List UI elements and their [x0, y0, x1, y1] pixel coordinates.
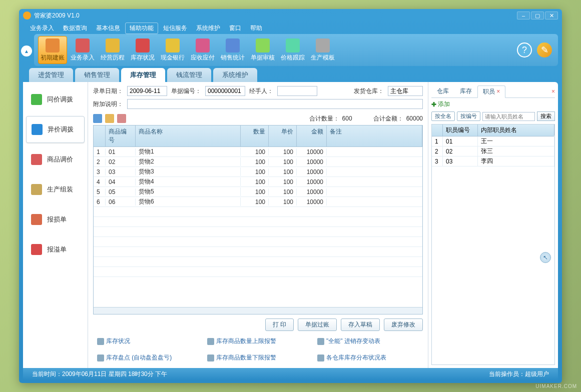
toolbar-btn-2[interactable]: 经营历程 [98, 36, 127, 64]
toolbar-btn-9[interactable]: 生产模板 [308, 36, 337, 64]
action-button-0[interactable]: 打 印 [265, 318, 294, 331]
tab-close-icon[interactable]: × [496, 88, 500, 95]
right-tab-2[interactable]: 职员 × [477, 86, 505, 98]
action-button-3[interactable]: 废弃修改 [384, 318, 423, 331]
warehouse-input[interactable] [388, 86, 423, 96]
table-row-empty[interactable] [94, 217, 422, 227]
menu-item-0[interactable]: 业务录入 [26, 23, 58, 34]
select-arrow-icon[interactable]: ↖ [540, 252, 551, 263]
toolbar-collapse-icon[interactable]: ▲ [21, 46, 32, 56]
related-link-2[interactable]: "全能" 进销存变动表 [317, 337, 407, 346]
table-row[interactable]: 505货物510010010000 [94, 187, 422, 197]
building-icon[interactable] [93, 114, 102, 123]
grid-header-3[interactable]: 数量 [241, 126, 269, 146]
staff-header-0[interactable] [432, 124, 443, 136]
add-button[interactable]: ✚添加 [431, 100, 450, 108]
product-grid: 商品编号商品名称数量单价金额备注 101货物110010010000202货物2… [93, 125, 423, 314]
staff-header-1[interactable]: 职员编号 [443, 124, 478, 136]
table-row-empty[interactable] [94, 257, 422, 267]
globe-icon[interactable]: ✎ [537, 42, 552, 58]
handler-input[interactable] [277, 86, 317, 96]
right-tab-0[interactable]: 仓库 [431, 85, 454, 98]
main-tab-4[interactable]: 系统维护 [213, 68, 257, 82]
sidebar-item-0[interactable]: 同价调拨 [26, 86, 85, 113]
grid-header-6[interactable]: 备注 [327, 126, 422, 146]
titlebar[interactable]: 管家婆2009 V1.0 – ▢ ✕ [19, 9, 562, 22]
minimize-button[interactable]: – [517, 12, 530, 20]
toolbar-btn-4[interactable]: 现金银行 [158, 36, 187, 64]
related-link-3[interactable]: 库存盘点 (自动盘盈盘亏) [97, 354, 187, 362]
calendar-icon[interactable] [105, 114, 114, 123]
window-title: 管家婆2009 V1.0 [34, 12, 517, 20]
table-row[interactable]: 101货物110010010000 [94, 147, 422, 157]
related-link-1[interactable]: 库存商品数量上限报警 [207, 337, 297, 346]
toolbar-icon [196, 38, 210, 52]
toolbar-btn-0[interactable]: 初期建账 [38, 36, 67, 64]
table-row[interactable]: 303货物310010010000 [94, 167, 422, 177]
staff-row[interactable]: 202张三 [432, 146, 554, 156]
main-tab-3[interactable]: 钱流管理 [167, 68, 211, 82]
panel-close-icon[interactable]: × [551, 88, 555, 95]
toolbar-btn-3[interactable]: 库存状况 [128, 36, 157, 64]
grid-header-1[interactable]: 商品编号 [106, 126, 136, 146]
menu-item-2[interactable]: 基本信息 [92, 23, 124, 34]
menu-item-4[interactable]: 短信服务 [159, 23, 191, 34]
table-row-empty[interactable] [94, 267, 422, 277]
close-button[interactable]: ✕ [545, 12, 558, 20]
action-button-2[interactable]: 存入草稿 [341, 318, 380, 331]
staff-header-2[interactable]: 内部职员姓名 [478, 124, 554, 136]
table-row-empty[interactable] [94, 247, 422, 257]
table-row-empty[interactable] [94, 227, 422, 237]
toolbar-btn-6[interactable]: 销售统计 [218, 36, 247, 64]
sidebar-item-5[interactable]: 报溢单 [26, 236, 85, 263]
toolbar-btn-5[interactable]: 应收应付 [188, 36, 217, 64]
staff-row[interactable]: 303李四 [432, 156, 554, 166]
staff-row[interactable]: 101王一 [432, 136, 554, 146]
toolbar-btn-7[interactable]: 单据审核 [248, 36, 277, 64]
action-button-1[interactable]: 单据过账 [298, 318, 337, 331]
help-icon[interactable]: ? [517, 42, 532, 58]
horizontal-scrollbar[interactable] [94, 307, 422, 314]
main-tab-0[interactable]: 进货管理 [29, 68, 73, 82]
person-icon[interactable] [117, 114, 126, 123]
staff-grid-body[interactable]: 101王一202张三303李四 [432, 136, 554, 364]
grid-header-5[interactable]: 金额 [297, 126, 327, 146]
grid-header-4[interactable]: 单价 [269, 126, 297, 146]
related-link-4[interactable]: 库存商品数量下限报警 [207, 354, 297, 362]
sidebar-item-4[interactable]: 报损单 [26, 206, 85, 233]
filter-code-button[interactable]: 按编号 [457, 112, 480, 121]
menu-item-7[interactable]: 帮助 [246, 23, 266, 34]
docno-input[interactable] [205, 86, 245, 96]
link-icon [207, 354, 214, 362]
grid-header-2[interactable]: 商品名称 [136, 126, 241, 146]
table-row[interactable]: 202货物210010010000 [94, 157, 422, 167]
sidebar-item-1[interactable]: 异价调拨 [26, 116, 85, 143]
menu-item-6[interactable]: 窗口 [225, 23, 245, 34]
menu-item-3[interactable]: 辅助功能 [125, 22, 158, 34]
date-input[interactable] [127, 86, 167, 96]
grid-header-0[interactable] [94, 126, 106, 146]
sidebar-item-3[interactable]: 生产组装 [26, 176, 85, 203]
toolbar-btn-1[interactable]: 业务录入 [68, 36, 97, 64]
main-tab-1[interactable]: 销售管理 [75, 68, 119, 82]
sidebar-item-2[interactable]: 商品调价 [26, 146, 85, 173]
table-row[interactable]: 606货物610010010000 [94, 197, 422, 207]
table-row[interactable]: 404货物410010010000 [94, 177, 422, 187]
grid-body[interactable]: 101货物110010010000202货物210010010000303货物3… [94, 147, 422, 307]
note-input[interactable] [127, 99, 423, 109]
main-tab-2[interactable]: 库存管理 [121, 68, 165, 82]
toolbar-btn-8[interactable]: 价格跟踪 [278, 36, 307, 64]
menu-item-1[interactable]: 数据查询 [59, 23, 91, 34]
maximize-button[interactable]: ▢ [531, 12, 544, 20]
status-user-value: 超级用户 [525, 370, 549, 378]
staff-search-input[interactable] [482, 112, 535, 121]
filter-fullname-button[interactable]: 按全名 [431, 112, 455, 121]
related-link-5[interactable]: 各仓库库存分布状况表 [317, 354, 407, 362]
search-button[interactable]: 搜索 [537, 112, 555, 121]
right-tab-1[interactable]: 库存 [454, 85, 477, 98]
status-time-value: 2009年06月11日 星期四 18时30分 下午 [62, 370, 167, 378]
related-link-0[interactable]: 库存状况 [97, 337, 187, 346]
table-row-empty[interactable] [94, 237, 422, 247]
table-row-empty[interactable] [94, 207, 422, 217]
menu-item-5[interactable]: 系统维护 [192, 23, 224, 34]
